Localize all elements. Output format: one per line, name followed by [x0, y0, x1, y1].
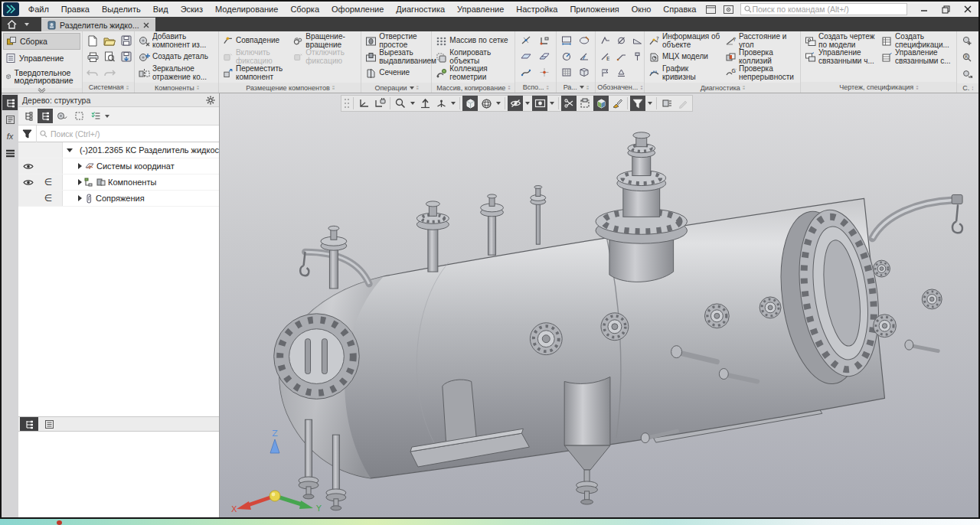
- layout-switch-icon[interactable]: [704, 3, 718, 15]
- cut-extrude-button[interactable]: Вырезать выдавливанием: [364, 49, 440, 65]
- menu-sketch[interactable]: Эскиз: [175, 3, 209, 15]
- visible-eye-icon[interactable]: [23, 179, 34, 186]
- tree-row-mates[interactable]: ∈ Сопряжения: [18, 191, 219, 207]
- csys-display-icon[interactable]: [356, 96, 371, 111]
- mode-management[interactable]: Управление: [3, 50, 80, 67]
- parameters-panel-icon[interactable]: [2, 112, 18, 127]
- zoom-tool-icon[interactable]: [393, 96, 408, 111]
- dim-shell-icon[interactable]: [577, 65, 593, 80]
- tab-close-icon[interactable]: [143, 22, 149, 28]
- style-brush-icon[interactable]: [609, 96, 625, 111]
- csys-lock-icon[interactable]: [372, 96, 387, 111]
- panel-gear-icon[interactable]: [206, 96, 215, 105]
- move-component-button[interactable]: Переместить компонент: [221, 65, 292, 81]
- print-icon[interactable]: [85, 49, 101, 64]
- minimize-button[interactable]: [913, 2, 935, 16]
- ribbon-collapse[interactable]: [2, 88, 82, 93]
- disable-fixation-button[interactable]: Отключить фиксацию: [292, 49, 359, 65]
- menu-applications[interactable]: Приложения: [564, 3, 625, 15]
- display-dropdown-icon[interactable]: [496, 102, 501, 105]
- print-preview-icon[interactable]: [102, 49, 118, 64]
- add-component-button[interactable]: Добавить компонент из...: [137, 33, 214, 49]
- grid-array-button[interactable]: Массив по сетке: [434, 33, 511, 49]
- filter-dropdown-icon[interactable]: [648, 102, 652, 105]
- dim-linear-icon[interactable]: [559, 33, 575, 47]
- distance-angle-button[interactable]: ? Расстояние и угол: [724, 33, 800, 49]
- tree-select-area-icon[interactable]: [71, 109, 87, 123]
- fit-all-icon[interactable]: [417, 96, 433, 111]
- tree-view-composition-icon[interactable]: [38, 109, 53, 123]
- copy-objects-button[interactable]: Копировать объекты: [434, 49, 511, 65]
- variables-panel-icon[interactable]: fx: [2, 129, 18, 144]
- tree-row-csys[interactable]: Системы координат: [18, 158, 219, 174]
- menu-view[interactable]: Вид: [147, 3, 175, 15]
- create-part-button[interactable]: Создать деталь: [137, 49, 214, 65]
- object-info-button[interactable]: ? Информация об объекте: [647, 33, 724, 49]
- rotation-rotation-button[interactable]: Вращение-вращение: [292, 33, 359, 49]
- shaded-display-icon[interactable]: [462, 96, 478, 111]
- dim-angle-icon[interactable]: [577, 49, 593, 64]
- home-dropdown-icon[interactable]: [21, 17, 32, 31]
- new-document-icon[interactable]: [85, 33, 101, 48]
- menu-diagnostics[interactable]: Диагностика: [390, 3, 451, 15]
- appearance-cube-icon[interactable]: [593, 96, 609, 111]
- manage-linked-specs-button[interactable]: Управление связанными с...: [880, 49, 956, 65]
- hide-objects-icon[interactable]: [508, 96, 523, 111]
- dim-grid-icon[interactable]: [559, 65, 575, 80]
- mode-solid-modeling[interactable]: Твердотельное моделирование: [3, 67, 80, 86]
- section-view-icon[interactable]: [561, 96, 577, 111]
- collision-check-button[interactable]: Проверка коллизий: [724, 49, 800, 65]
- show-in-window-icon[interactable]: [532, 96, 547, 111]
- clip-box-icon[interactable]: [577, 96, 593, 111]
- sym-slope-icon[interactable]: [630, 33, 645, 47]
- menu-layout[interactable]: Оформление: [325, 3, 390, 15]
- spec-add-icon[interactable]: [959, 33, 976, 48]
- toolbar-grip-icon[interactable]: [343, 96, 351, 111]
- sym-pin-icon[interactable]: [630, 49, 645, 64]
- tree-view-structure-icon[interactable]: [21, 109, 36, 123]
- tree-row-components[interactable]: ∈ Компоненты: [18, 174, 219, 191]
- menu-help[interactable]: Справка: [657, 3, 702, 15]
- tree-filter-list-icon[interactable]: [88, 109, 103, 123]
- tree-funnel-icon[interactable]: [18, 126, 37, 142]
- tree-filter-dropdown-icon[interactable]: [105, 115, 109, 118]
- app-logo-icon[interactable]: [3, 2, 19, 16]
- panel-menu-icon[interactable]: [2, 145, 18, 161]
- mode-assembly[interactable]: Сборка: [3, 33, 80, 50]
- manage-linked-drawings-button[interactable]: Управление связанными ч...: [803, 49, 880, 65]
- orientation-icon[interactable]: [433, 96, 449, 111]
- spec-sync-icon[interactable]: [959, 67, 976, 82]
- dimensions-dropdown-icon[interactable]: [580, 86, 584, 89]
- menu-window[interactable]: Окно: [626, 3, 658, 15]
- enable-fixation-button[interactable]: Включить фиксацию: [221, 49, 292, 65]
- mass-properties-button[interactable]: МЦХ модели: [647, 49, 724, 65]
- mirror-component-button[interactable]: Зеркальное отражение ко...: [137, 65, 214, 81]
- dim-sketch-icon[interactable]: [577, 33, 593, 47]
- sym-diameter-icon[interactable]: [614, 33, 629, 47]
- menu-edit[interactable]: Правка: [55, 3, 96, 15]
- orientation-dropdown-icon[interactable]: [451, 102, 456, 105]
- separator-3d-model[interactable]: [220, 93, 978, 516]
- save-as-icon[interactable]: [119, 49, 135, 64]
- aux-local-csys-icon[interactable]: [536, 33, 553, 47]
- aux-axis-icon[interactable]: [518, 33, 534, 47]
- tree-panel-icon[interactable]: [2, 95, 18, 110]
- section-button[interactable]: Сечение: [364, 65, 440, 81]
- viewport-3d[interactable]: Z X Y: [220, 93, 978, 517]
- restore-button[interactable]: [935, 2, 956, 16]
- dim-radial-icon[interactable]: [559, 49, 575, 64]
- sym-e-mark-icon[interactable]: E: [598, 49, 612, 64]
- visible-eye-icon[interactable]: [23, 163, 34, 170]
- create-drawing-button[interactable]: Создать чертеж по модели: [803, 33, 880, 49]
- tree-relations-icon[interactable]: [54, 109, 70, 123]
- command-search-input[interactable]: [752, 5, 903, 14]
- operations-dropdown-icon[interactable]: [410, 86, 414, 90]
- redo-icon[interactable]: [102, 65, 118, 80]
- panel-tab-list-icon[interactable]: [40, 417, 58, 431]
- open-document-icon[interactable]: [102, 33, 118, 48]
- collapse-caret-icon[interactable]: [78, 179, 82, 185]
- geometry-collection-button[interactable]: Коллекция геометрии: [434, 65, 511, 81]
- panel-tab-tree-icon[interactable]: [20, 417, 38, 431]
- save-icon[interactable]: [119, 33, 135, 48]
- simple-hole-button[interactable]: Отверстие простое: [364, 33, 440, 49]
